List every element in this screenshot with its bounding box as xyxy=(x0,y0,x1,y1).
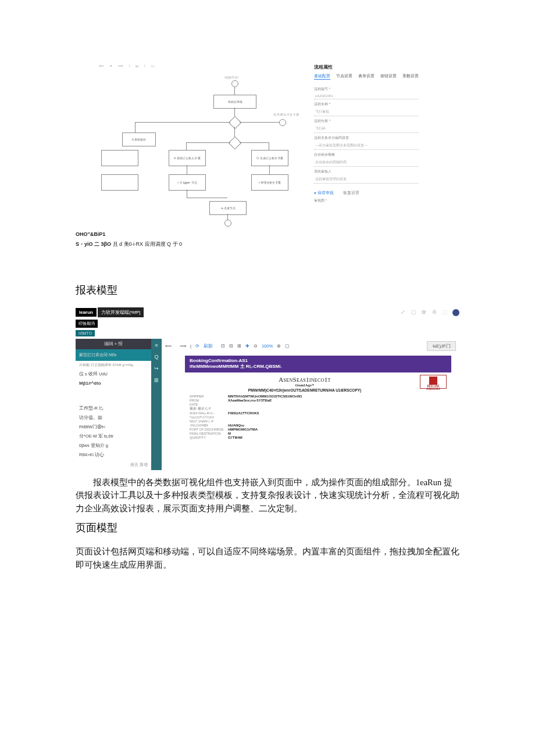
sidebar-header: 编辑 × 报 xyxy=(76,339,151,349)
sidebar-item[interactable]: 工件型-R 匕 xyxy=(76,404,151,413)
fullscreen-icon[interactable]: ▢ xyxy=(285,343,290,349)
move-icon[interactable]: ✚ xyxy=(245,343,249,349)
flow-tabs[interactable]: 基础配置 节点设置 表单设置 按钮设置 系数设置 xyxy=(314,74,419,80)
avatar[interactable] xyxy=(452,309,459,316)
sidebar-item[interactable]: t%BtW门⑧t< xyxy=(76,422,151,432)
pill-teal[interactable]: n5MTO xyxy=(76,330,95,336)
back-icon[interactable]: ⟵ xyxy=(165,343,172,349)
tab-form[interactable]: 表单设置 xyxy=(358,74,374,80)
flow-toolbar[interactable]: ⟵ ● ⟶ | ⊞ | ⊡ xyxy=(99,64,154,68)
task-node-6[interactable]: -a 点束节点 xyxy=(209,201,247,215)
window-icon[interactable]: ⬚ xyxy=(442,309,448,316)
layout-icon[interactable]: ⊟ xyxy=(229,343,233,349)
doc-field-label: Quantity xyxy=(190,436,224,439)
doc-title-bar: BookingConfirmation-AS1 lfieMMMmwoMMftfM… xyxy=(185,356,451,372)
report-toolbar[interactable]: ⟵ ⟶ | ⟳ 刷新 ⊡ ⊟ ⊞ ✚ ⊖ 100% ⊕ ▢ ¾E)JF门 xyxy=(162,339,459,353)
zoom-value[interactable]: 100% xyxy=(262,343,273,349)
icon-column[interactable]: ≡ Q ↪ ⊞ xyxy=(151,339,162,470)
grid-icon[interactable]: ⊞ xyxy=(135,64,138,68)
right-button[interactable]: ¾E)JF门 xyxy=(427,341,456,351)
task-node-4l[interactable] xyxy=(101,174,138,191)
tab-button[interactable]: 按钮设置 xyxy=(380,74,397,80)
doc-field-label: wlv*,1%Mv | ·P xyxy=(190,420,224,423)
sidebar-bottom-actions[interactable]: 擅意 新增 xyxy=(76,460,151,470)
doc-field-value: FWSUA1TTCRVKS xyxy=(228,411,447,415)
doc-field-label: 最新:最价匕 P xyxy=(190,407,224,411)
panel-title: 流程属性 xyxy=(314,64,419,70)
doc-field-label: Final Destination xyxy=(190,432,224,435)
heading-page-model: 页面模型 xyxy=(76,521,459,535)
square-icon[interactable]: ▢ xyxy=(411,309,416,316)
paragraph-report: 报表模型中的各类数据可视化组件也支持嵌入到页面中，成为操作页面的组成部分。1ea… xyxy=(76,476,459,515)
sidebar-item[interactable]: 仅 s 收环 UdU xyxy=(76,370,151,379)
flow-properties-panel: 流程属性 基础配置 节点设置 表单设置 按钮设置 系数设置 流程编号 *oA20… xyxy=(314,64,419,227)
grid-icon[interactable]: ⊞ xyxy=(154,377,159,383)
field-label: 流程业务承办编码设置 xyxy=(314,134,419,142)
field-input[interactable]: 流程审核管理的设置 xyxy=(314,175,419,184)
dot-icon[interactable]: ● xyxy=(110,64,112,68)
sidebar-item[interactable]: 分*OE-M 军 ts,6tr xyxy=(76,432,151,441)
tab-basic[interactable]: 基础配置 xyxy=(314,74,330,80)
sidebar-item-active[interactable]: 聚贸拦订床合同 M0s xyxy=(76,349,151,361)
doc-field-label: wjn>%%+,R-C~ xyxy=(190,411,224,415)
zoom-in-icon[interactable]: ⊕ xyxy=(277,343,281,349)
forward-icon[interactable]: ⟶ xyxy=(180,343,186,349)
doc-heading: AsenSeas1ineco1t OomfAgv* xyxy=(190,376,447,387)
save-button[interactable]: ● 保存审批 xyxy=(314,191,334,195)
doc-field-value xyxy=(228,420,447,423)
task-node-4[interactable]: r 打 iggan 节点 xyxy=(169,174,206,191)
task-node-3[interactable]: O 生成订公务生卡重 xyxy=(251,150,288,166)
gear-icon[interactable]: ⚙ xyxy=(431,309,437,316)
task-node-2[interactable]: A 系统订公务人 D 重 xyxy=(169,150,206,166)
task-node-2l[interactable] xyxy=(101,150,138,166)
field-input[interactable]: 飞行科 xyxy=(314,125,419,133)
doc-field-value xyxy=(228,407,447,411)
full-icon[interactable]: ⊡ xyxy=(151,64,154,68)
refresh-icon[interactable]: ⟳ xyxy=(195,343,199,349)
sidebar-item-sub: 片杯船:订正据购率中 STAR g^r=0g xyxy=(76,361,151,370)
doc-field-value xyxy=(228,415,447,419)
flow-section: ⟵ ● ⟶ | ⊞ | ⊡ <起始节点> 给岗位审批 与 R,il8:‰ 0 达… xyxy=(76,64,459,227)
sidebar: 编辑 × 报 聚贸拦订床合同 M0s 片杯船:订正据购率中 STAR g^r=0… xyxy=(76,339,151,470)
task-node-1[interactable]: 给岗位审批 xyxy=(213,95,256,109)
forward-icon[interactable]: ⟶ xyxy=(118,64,123,68)
doc-field-value: HMPMOMG1tTMA xyxy=(228,428,447,431)
doc-logo: BEN LINE AGENCIES xyxy=(420,375,447,389)
gateway-label: 与 R,il8:‰ 0 达 0 期 xyxy=(273,113,299,116)
layout-icon[interactable]: ⊞ xyxy=(237,343,241,349)
pill-black[interactable]: 经验期消 xyxy=(76,320,98,328)
flower-icon[interactable]: ✿ xyxy=(421,309,427,316)
menu-icon[interactable]: ≡ xyxy=(155,342,158,348)
end-node[interactable] xyxy=(224,220,231,227)
task-left[interactable]: A 系统校对 xyxy=(122,132,156,146)
start-node[interactable] xyxy=(231,80,238,87)
refresh-label[interactable]: 刷新 xyxy=(204,343,213,349)
brand-subtitle: 力软开发端端(%fPj xyxy=(98,307,144,317)
sidebar-item[interactable]: R84>Ki 访心 xyxy=(76,450,151,460)
gateway-2[interactable] xyxy=(229,137,242,150)
doc-field-value: MNTRAhSMTWUnOMM1OGISTICS81WOvW1 xyxy=(228,395,447,398)
layout-icon[interactable]: ⊡ xyxy=(221,343,225,349)
field-input[interactable]: 自动保存的间隔时间 xyxy=(314,159,419,167)
gateway-1[interactable] xyxy=(229,116,242,130)
search-icon[interactable]: Q xyxy=(154,354,158,360)
back-icon[interactable]: ⟵ xyxy=(99,64,104,68)
ocr-line-1: OHO"&BiP1 xyxy=(76,231,459,237)
field-input[interactable]: 飞行审批 xyxy=(314,108,419,116)
doc-field-label: *¼lCUt-CYCao xyxy=(190,415,224,419)
doc-field-value xyxy=(228,403,447,406)
export-icon[interactable]: ↪ xyxy=(154,366,159,371)
sidebar-item[interactable]: Mβ1#^dto xyxy=(76,379,151,388)
end-node-right[interactable] xyxy=(279,119,286,126)
zoom-out-icon[interactable]: ⊖ xyxy=(254,343,258,349)
sidebar-item[interactable]: 0βws 登知介 g xyxy=(76,441,151,450)
reset-button[interactable]: 恢复设置 xyxy=(343,191,359,195)
header-actions[interactable]: ⤢ ▢ ✿ ⚙ ⬚ xyxy=(400,309,459,316)
tab-coef[interactable]: 系数设置 xyxy=(402,74,419,80)
sidebar-item[interactable]: 访分值。如 xyxy=(76,413,151,422)
field-input[interactable]: oA2021001 xyxy=(314,93,419,99)
field-input[interactable]: —承办审批范围业务范围的设置— xyxy=(314,142,419,150)
tab-node[interactable]: 节点设置 xyxy=(336,74,352,80)
task-node-5[interactable]: r 管理业务生卡重 xyxy=(251,174,288,191)
expand-icon[interactable]: ⤢ xyxy=(400,309,406,316)
